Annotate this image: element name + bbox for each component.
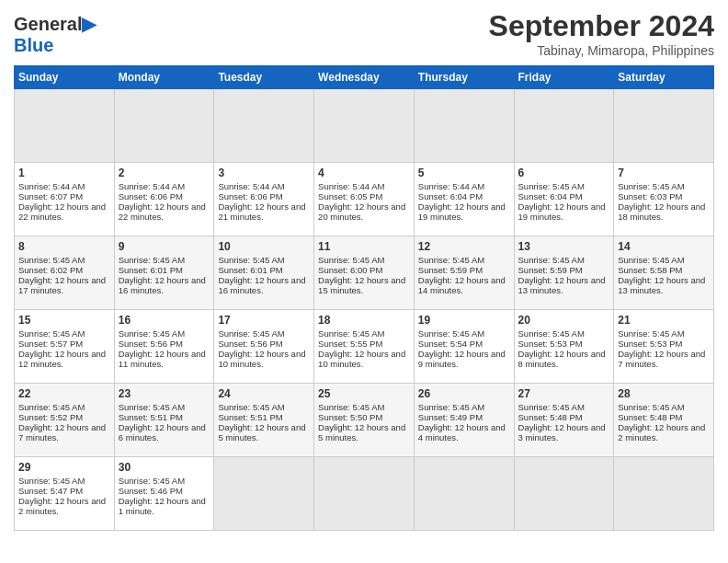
calendar-cell: 16Sunrise: 5:45 AMSunset: 5:56 PMDayligh… [114,310,214,384]
day-number: 14 [618,240,710,253]
daylight-text: Daylight: 12 hours and 21 minutes. [218,201,310,222]
daylight-text: Daylight: 12 hours and 19 minutes. [418,201,510,222]
daylight-text: Daylight: 12 hours and 13 minutes. [618,275,710,295]
calendar-cell: 1Sunrise: 5:44 AMSunset: 6:07 PMDaylight… [15,163,115,236]
day-number: 5 [418,167,510,179]
sunrise-text: Sunrise: 5:45 AM [418,255,510,265]
daylight-text: Daylight: 12 hours and 16 minutes. [119,275,210,295]
day-number: 19 [418,314,510,327]
day-number: 4 [318,167,410,179]
day-number: 16 [119,314,210,327]
day-number: 22 [18,387,110,400]
sunset-text: Sunset: 6:01 PM [119,265,210,275]
logo-text: General▶ Blue [14,13,96,56]
daylight-text: Daylight: 12 hours and 13 minutes. [518,275,610,295]
day-number: 24 [218,387,310,400]
day-number: 11 [318,240,410,253]
sunrise-text: Sunrise: 5:45 AM [318,402,410,412]
calendar-cell [314,89,415,163]
calendar-cell [214,89,314,163]
day-number: 15 [18,314,110,327]
sunset-text: Sunset: 6:05 PM [318,191,410,201]
sunset-text: Sunset: 5:52 PM [18,412,110,422]
daylight-text: Daylight: 12 hours and 2 minutes. [618,422,710,442]
sunset-text: Sunset: 5:47 PM [18,486,110,496]
calendar-cell: 18Sunrise: 5:45 AMSunset: 5:55 PMDayligh… [314,310,415,384]
calendar-table: Sunday Monday Tuesday Wednesday Thursday… [14,65,714,531]
location-subtitle: Tabinay, Mimaropa, Philippines [489,43,714,58]
sunrise-text: Sunrise: 5:45 AM [119,402,210,412]
month-title: September 2024 [489,9,714,43]
day-number: 25 [318,387,410,400]
daylight-text: Daylight: 12 hours and 7 minutes. [18,422,110,442]
col-friday: Friday [514,66,614,89]
calendar-week-4: 22Sunrise: 5:45 AMSunset: 5:52 PMDayligh… [15,384,714,457]
sunset-text: Sunset: 5:51 PM [119,412,210,422]
day-number: 3 [218,167,310,179]
day-number: 10 [218,240,310,253]
sunrise-text: Sunrise: 5:45 AM [119,255,210,265]
day-number: 26 [418,387,510,400]
sunset-text: Sunset: 6:06 PM [218,191,310,201]
calendar-cell [114,89,214,163]
sunset-text: Sunset: 6:02 PM [18,265,110,275]
sunset-text: Sunset: 6:04 PM [418,191,510,201]
calendar-cell [514,457,614,531]
sunset-text: Sunset: 5:56 PM [218,339,310,349]
day-number: 12 [418,240,510,253]
calendar-cell [214,457,314,531]
day-number: 9 [119,240,210,253]
calendar-cell: 19Sunrise: 5:45 AMSunset: 5:54 PMDayligh… [414,310,514,384]
calendar-cell: 25Sunrise: 5:45 AMSunset: 5:50 PMDayligh… [314,384,415,457]
sunset-text: Sunset: 5:46 PM [119,486,210,496]
sunset-text: Sunset: 5:53 PM [618,339,710,349]
sunrise-text: Sunrise: 5:45 AM [18,402,110,412]
sunrise-text: Sunrise: 5:45 AM [618,181,710,191]
sunrise-text: Sunrise: 5:45 AM [318,328,410,339]
calendar-cell: 5Sunrise: 5:44 AMSunset: 6:04 PMDaylight… [414,163,514,236]
logo: General▶ Blue [14,13,96,56]
sunset-text: Sunset: 6:00 PM [318,265,410,275]
calendar-cell: 6Sunrise: 5:45 AMSunset: 6:04 PMDaylight… [514,163,614,236]
sunrise-text: Sunrise: 5:45 AM [18,476,110,486]
sunset-text: Sunset: 5:57 PM [18,339,110,349]
daylight-text: Daylight: 12 hours and 5 minutes. [218,422,310,442]
calendar-week-2: 8Sunrise: 5:45 AMSunset: 6:02 PMDaylight… [15,236,714,310]
sunrise-text: Sunrise: 5:45 AM [218,255,310,265]
col-thursday: Thursday [414,66,514,89]
sunrise-text: Sunrise: 5:45 AM [119,328,210,339]
calendar-cell: 15Sunrise: 5:45 AMSunset: 5:57 PMDayligh… [15,310,115,384]
calendar-cell: 21Sunrise: 5:45 AMSunset: 5:53 PMDayligh… [614,310,714,384]
sunrise-text: Sunrise: 5:45 AM [518,255,610,265]
logo-line1: General [14,14,82,34]
daylight-text: Daylight: 12 hours and 1 minute. [119,496,210,516]
day-number: 29 [18,461,110,474]
header-row: Sunday Monday Tuesday Wednesday Thursday… [15,66,714,89]
sunrise-text: Sunrise: 5:45 AM [318,255,410,265]
sunrise-text: Sunrise: 5:45 AM [18,255,110,265]
sunrise-text: Sunrise: 5:45 AM [119,476,210,486]
day-number: 23 [119,387,210,400]
day-number: 20 [518,314,610,327]
sunrise-text: Sunrise: 5:44 AM [218,181,310,191]
daylight-text: Daylight: 12 hours and 14 minutes. [418,275,510,295]
daylight-text: Daylight: 12 hours and 16 minutes. [218,275,310,295]
calendar-cell: 23Sunrise: 5:45 AMSunset: 5:51 PMDayligh… [114,384,214,457]
daylight-text: Daylight: 12 hours and 17 minutes. [18,275,110,295]
daylight-text: Daylight: 12 hours and 2 minutes. [18,496,110,516]
daylight-text: Daylight: 12 hours and 22 minutes. [119,201,210,222]
calendar-cell: 29Sunrise: 5:45 AMSunset: 5:47 PMDayligh… [15,457,115,531]
calendar-week-0 [15,89,714,163]
calendar-cell: 10Sunrise: 5:45 AMSunset: 6:01 PMDayligh… [214,236,314,310]
calendar-cell: 20Sunrise: 5:45 AMSunset: 5:53 PMDayligh… [514,310,614,384]
calendar-cell: 4Sunrise: 5:44 AMSunset: 6:05 PMDaylight… [314,163,415,236]
daylight-text: Daylight: 12 hours and 10 minutes. [318,349,410,369]
sunrise-text: Sunrise: 5:45 AM [618,402,710,412]
col-sunday: Sunday [15,66,115,89]
daylight-text: Daylight: 12 hours and 20 minutes. [318,201,410,222]
daylight-text: Daylight: 12 hours and 19 minutes. [518,201,610,222]
sunset-text: Sunset: 5:48 PM [618,412,710,422]
sunrise-text: Sunrise: 5:45 AM [518,181,610,191]
col-saturday: Saturday [614,66,714,89]
calendar-cell: 22Sunrise: 5:45 AMSunset: 5:52 PMDayligh… [15,384,115,457]
